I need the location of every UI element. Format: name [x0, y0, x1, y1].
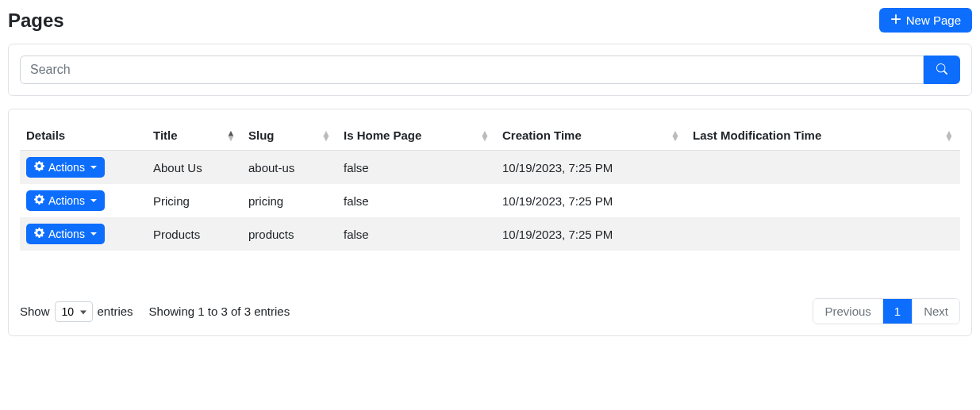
search-card [8, 44, 972, 96]
cell-last-modification-time [686, 151, 960, 185]
cell-last-modification-time [686, 217, 960, 251]
actions-button[interactable]: Actions [26, 224, 105, 244]
page-title: Pages [8, 10, 64, 32]
gear-icon [34, 194, 44, 207]
pagination: Previous 1 Next [813, 298, 960, 324]
gear-icon [34, 161, 44, 174]
table-row: ActionsPricingpricingfalse10/19/2023, 7:… [20, 184, 960, 217]
chevron-down-icon [90, 166, 97, 169]
cell-creation-time: 10/19/2023, 7:25 PM [496, 151, 686, 185]
previous-button[interactable]: Previous [813, 299, 882, 324]
cell-creation-time: 10/19/2023, 7:25 PM [496, 217, 686, 251]
sort-icon: ▲▼ [944, 131, 954, 140]
length-select[interactable]: 10 [55, 301, 93, 322]
length-control: Show 10 entries [20, 301, 133, 322]
page-1-button[interactable]: 1 [883, 299, 913, 324]
cell-is-home-page: false [337, 151, 496, 185]
sort-icon: ▲▼ [226, 131, 236, 140]
table-row: ActionsProductsproductsfalse10/19/2023, … [20, 217, 960, 251]
column-is-home-page[interactable]: Is Home Page ▲▼ [337, 121, 496, 151]
cell-creation-time: 10/19/2023, 7:25 PM [496, 184, 686, 217]
new-page-button[interactable]: New Page [879, 8, 972, 33]
sort-icon: ▲▼ [321, 131, 331, 140]
chevron-down-icon [90, 199, 97, 202]
cell-last-modification-time [686, 184, 960, 217]
cell-slug: pricing [242, 184, 337, 217]
actions-label: Actions [48, 161, 85, 174]
pages-table: Details Title ▲▼ Slug ▲▼ Is Home Page ▲▼… [20, 121, 960, 251]
plus-icon [890, 13, 901, 27]
cell-is-home-page: false [337, 184, 496, 217]
gear-icon [34, 228, 44, 240]
next-button[interactable]: Next [913, 299, 959, 324]
cell-is-home-page: false [337, 217, 496, 251]
cell-slug: products [242, 217, 337, 251]
table-row: ActionsAbout Usabout-usfalse10/19/2023, … [20, 151, 960, 185]
table-card: Details Title ▲▼ Slug ▲▼ Is Home Page ▲▼… [8, 109, 972, 336]
new-page-label: New Page [906, 13, 961, 27]
chevron-down-icon [90, 232, 97, 236]
sort-icon: ▲▼ [480, 131, 490, 140]
actions-button[interactable]: Actions [26, 190, 105, 211]
entries-label: entries [98, 305, 133, 318]
column-slug[interactable]: Slug ▲▼ [242, 121, 337, 151]
sort-icon: ▲▼ [671, 131, 680, 140]
column-last-modification-time[interactable]: Last Modification Time ▲▼ [686, 121, 960, 151]
cell-title: About Us [147, 151, 242, 185]
column-details: Details [20, 121, 147, 151]
search-icon [936, 63, 947, 77]
search-input[interactable] [20, 56, 924, 84]
column-title[interactable]: Title ▲▼ [147, 121, 242, 151]
cell-title: Products [147, 217, 242, 251]
actions-label: Actions [48, 228, 85, 240]
cell-title: Pricing [147, 184, 242, 217]
table-info: Showing 1 to 3 of 3 entries [149, 305, 290, 318]
show-label: Show [20, 305, 50, 318]
column-creation-time[interactable]: Creation Time ▲▼ [496, 121, 686, 151]
actions-button[interactable]: Actions [26, 157, 105, 178]
cell-slug: about-us [242, 151, 337, 185]
actions-label: Actions [48, 194, 85, 207]
search-button[interactable] [924, 56, 960, 84]
